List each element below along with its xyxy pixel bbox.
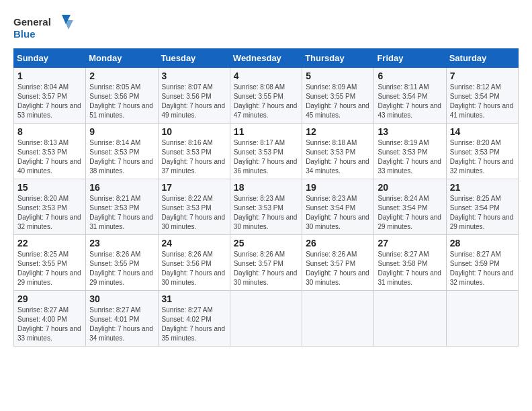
day-number: 4 — [234, 71, 298, 81]
calendar-cell: 25Sunrise: 8:26 AMSunset: 3:57 PMDayligh… — [230, 235, 302, 291]
calendar-cell: 9Sunrise: 8:14 AMSunset: 3:53 PMDaylight… — [86, 124, 158, 179]
day-number: 30 — [89, 293, 154, 304]
calendar-cell: 3Sunrise: 8:07 AMSunset: 3:56 PMDaylight… — [158, 68, 230, 124]
day-info: Sunrise: 8:09 AMSunset: 3:55 PMDaylight:… — [306, 83, 370, 120]
calendar-cell: 16Sunrise: 8:21 AMSunset: 3:53 PMDayligh… — [86, 179, 158, 235]
calendar-week-row: 29Sunrise: 8:27 AMSunset: 4:00 PMDayligh… — [14, 291, 519, 347]
day-info: Sunrise: 8:17 AMSunset: 3:53 PMDaylight:… — [234, 138, 298, 176]
calendar-table: SundayMondayTuesdayWednesdayThursdayFrid… — [13, 48, 519, 347]
calendar-cell: 29Sunrise: 8:27 AMSunset: 4:00 PMDayligh… — [14, 291, 86, 347]
calendar-cell: 13Sunrise: 8:19 AMSunset: 3:53 PMDayligh… — [374, 124, 446, 179]
day-number: 17 — [162, 182, 226, 193]
day-number: 8 — [17, 126, 82, 137]
day-number: 25 — [234, 238, 298, 248]
day-number: 2 — [89, 71, 154, 81]
day-number: 6 — [378, 71, 442, 81]
calendar-cell: 14Sunrise: 8:20 AMSunset: 3:53 PMDayligh… — [446, 124, 518, 179]
day-info: Sunrise: 8:20 AMSunset: 3:53 PMDaylight:… — [450, 138, 515, 176]
calendar-cell: 22Sunrise: 8:25 AMSunset: 3:55 PMDayligh… — [14, 235, 86, 291]
day-number: 31 — [162, 293, 226, 304]
day-info: Sunrise: 8:16 AMSunset: 3:53 PMDaylight:… — [162, 138, 226, 176]
day-number: 15 — [17, 182, 82, 193]
day-number: 28 — [450, 238, 515, 248]
day-info: Sunrise: 8:20 AMSunset: 3:53 PMDaylight:… — [17, 194, 82, 232]
calendar-cell: 31Sunrise: 8:27 AMSunset: 4:02 PMDayligh… — [158, 291, 230, 347]
day-info: Sunrise: 8:04 AMSunset: 3:57 PMDaylight:… — [17, 83, 82, 120]
calendar-cell: 28Sunrise: 8:27 AMSunset: 3:59 PMDayligh… — [446, 235, 518, 291]
calendar-cell: 6Sunrise: 8:11 AMSunset: 3:54 PMDaylight… — [374, 68, 446, 124]
calendar-cell: 30Sunrise: 8:27 AMSunset: 4:01 PMDayligh… — [86, 291, 158, 347]
svg-text:General: General — [13, 16, 51, 28]
calendar-header-friday: Friday — [374, 49, 446, 68]
calendar-cell: 11Sunrise: 8:17 AMSunset: 3:53 PMDayligh… — [230, 124, 302, 179]
svg-text:Blue: Blue — [13, 28, 36, 40]
day-number: 3 — [162, 71, 226, 81]
calendar-cell — [230, 291, 302, 347]
day-info: Sunrise: 8:26 AMSunset: 3:56 PMDaylight:… — [162, 250, 226, 287]
calendar-cell: 8Sunrise: 8:13 AMSunset: 3:53 PMDaylight… — [14, 124, 86, 179]
calendar-header-saturday: Saturday — [446, 49, 518, 68]
day-number: 5 — [306, 71, 370, 81]
logo: General Blue — [13, 13, 74, 42]
calendar-header-monday: Monday — [86, 49, 158, 68]
calendar-week-row: 15Sunrise: 8:20 AMSunset: 3:53 PMDayligh… — [14, 179, 519, 235]
day-info: Sunrise: 8:19 AMSunset: 3:53 PMDaylight:… — [378, 138, 442, 176]
day-number: 27 — [378, 238, 442, 248]
calendar-cell: 20Sunrise: 8:24 AMSunset: 3:54 PMDayligh… — [374, 179, 446, 235]
day-info: Sunrise: 8:27 AMSunset: 4:01 PMDaylight:… — [89, 306, 154, 343]
day-info: Sunrise: 8:05 AMSunset: 3:56 PMDaylight:… — [89, 83, 154, 120]
calendar-cell: 24Sunrise: 8:26 AMSunset: 3:56 PMDayligh… — [158, 235, 230, 291]
day-number: 10 — [162, 126, 226, 137]
calendar-cell: 26Sunrise: 8:26 AMSunset: 3:57 PMDayligh… — [302, 235, 374, 291]
day-info: Sunrise: 8:18 AMSunset: 3:53 PMDaylight:… — [306, 138, 370, 176]
day-info: Sunrise: 8:27 AMSunset: 3:59 PMDaylight:… — [450, 250, 515, 287]
day-number: 24 — [162, 238, 226, 248]
header: General Blue — [13, 13, 519, 42]
day-number: 7 — [450, 71, 515, 81]
day-number: 9 — [89, 126, 154, 137]
calendar-cell — [446, 291, 518, 347]
day-info: Sunrise: 8:23 AMSunset: 3:54 PMDaylight:… — [306, 194, 370, 232]
svg-marker-3 — [64, 20, 73, 30]
day-info: Sunrise: 8:26 AMSunset: 3:57 PMDaylight:… — [306, 250, 370, 287]
day-info: Sunrise: 8:21 AMSunset: 3:53 PMDaylight:… — [89, 194, 154, 232]
day-number: 20 — [378, 182, 442, 193]
day-info: Sunrise: 8:26 AMSunset: 3:55 PMDaylight:… — [89, 250, 154, 287]
day-info: Sunrise: 8:12 AMSunset: 3:54 PMDaylight:… — [450, 83, 515, 120]
calendar-header-thursday: Thursday — [302, 49, 374, 68]
day-info: Sunrise: 8:25 AMSunset: 3:55 PMDaylight:… — [17, 250, 82, 287]
calendar-cell: 12Sunrise: 8:18 AMSunset: 3:53 PMDayligh… — [302, 124, 374, 179]
day-number: 13 — [378, 126, 442, 137]
calendar-cell: 2Sunrise: 8:05 AMSunset: 3:56 PMDaylight… — [86, 68, 158, 124]
day-info: Sunrise: 8:27 AMSunset: 3:58 PMDaylight:… — [378, 250, 442, 287]
calendar-header-sunday: Sunday — [14, 49, 86, 68]
calendar-cell: 5Sunrise: 8:09 AMSunset: 3:55 PMDaylight… — [302, 68, 374, 124]
calendar-cell: 7Sunrise: 8:12 AMSunset: 3:54 PMDaylight… — [446, 68, 518, 124]
day-info: Sunrise: 8:14 AMSunset: 3:53 PMDaylight:… — [89, 138, 154, 176]
calendar-cell — [374, 291, 446, 347]
day-number: 1 — [17, 71, 82, 81]
day-info: Sunrise: 8:23 AMSunset: 3:53 PMDaylight:… — [234, 194, 298, 232]
calendar-week-row: 22Sunrise: 8:25 AMSunset: 3:55 PMDayligh… — [14, 235, 519, 291]
day-number: 12 — [306, 126, 370, 137]
day-number: 16 — [89, 182, 154, 193]
day-number: 18 — [234, 182, 298, 193]
calendar-cell: 17Sunrise: 8:22 AMSunset: 3:53 PMDayligh… — [158, 179, 230, 235]
day-number: 11 — [234, 126, 298, 137]
day-info: Sunrise: 8:26 AMSunset: 3:57 PMDaylight:… — [234, 250, 298, 287]
day-info: Sunrise: 8:25 AMSunset: 3:54 PMDaylight:… — [450, 194, 515, 232]
calendar-cell: 10Sunrise: 8:16 AMSunset: 3:53 PMDayligh… — [158, 124, 230, 179]
day-number: 22 — [17, 238, 82, 248]
day-info: Sunrise: 8:27 AMSunset: 4:00 PMDaylight:… — [17, 306, 82, 343]
day-info: Sunrise: 8:22 AMSunset: 3:53 PMDaylight:… — [162, 194, 226, 232]
calendar-week-row: 8Sunrise: 8:13 AMSunset: 3:53 PMDaylight… — [14, 124, 519, 179]
calendar-cell: 23Sunrise: 8:26 AMSunset: 3:55 PMDayligh… — [86, 235, 158, 291]
day-info: Sunrise: 8:24 AMSunset: 3:54 PMDaylight:… — [378, 194, 442, 232]
day-info: Sunrise: 8:13 AMSunset: 3:53 PMDaylight:… — [17, 138, 82, 176]
day-info: Sunrise: 8:08 AMSunset: 3:55 PMDaylight:… — [234, 83, 298, 120]
calendar-header-row: SundayMondayTuesdayWednesdayThursdayFrid… — [14, 49, 519, 68]
calendar-cell: 19Sunrise: 8:23 AMSunset: 3:54 PMDayligh… — [302, 179, 374, 235]
calendar-week-row: 1Sunrise: 8:04 AMSunset: 3:57 PMDaylight… — [14, 68, 519, 124]
day-number: 19 — [306, 182, 370, 193]
calendar-cell — [302, 291, 374, 347]
